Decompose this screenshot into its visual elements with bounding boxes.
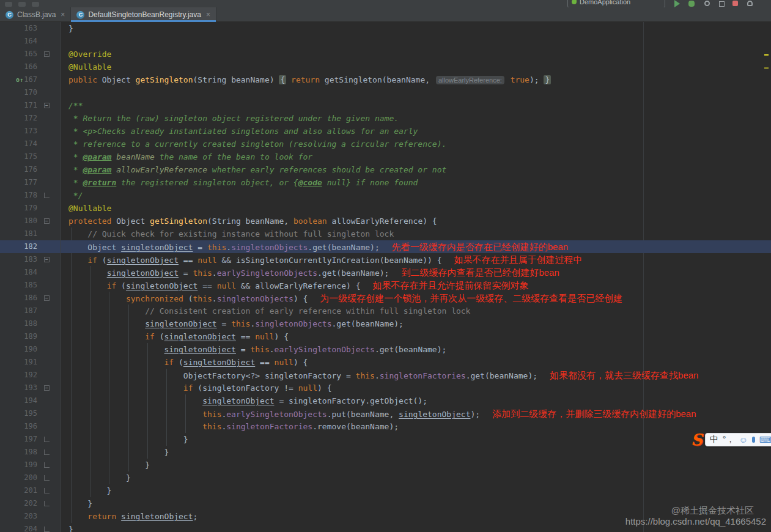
gutter-cell[interactable]: 164 [0,35,61,48]
fold-marker[interactable] [44,193,50,198]
fold-marker[interactable] [44,462,50,468]
gutter-cell[interactable]: 189 [0,330,61,343]
code-line[interactable]: * <p>Checks already instantiated singlet… [61,125,771,138]
fold-marker[interactable] [44,437,50,442]
gutter-cell[interactable]: 193− [0,382,61,394]
gutter-cell[interactable]: 181 [0,227,61,240]
gutter-cell[interactable]: 185 [0,279,61,292]
code-line[interactable]: // Consistent creation of early referenc… [61,305,771,317]
gutter-cell[interactable]: 195 [0,407,61,420]
ime-mic-icon[interactable] [752,437,755,443]
profiler-icon[interactable] [732,1,738,6]
toolbar-icon[interactable] [32,2,39,7]
gutter-cell[interactable]: 200 [0,471,61,484]
tab-close-icon[interactable]: × [61,10,65,19]
editor-tab[interactable]: CClassB.java× [0,7,71,22]
ime-punct-indicator[interactable]: °， [723,434,735,445]
code-line[interactable]: if (singletonObject == null && isSinglet… [61,253,771,266]
fold-marker[interactable]: − [44,385,50,391]
code-line[interactable]: protected Object getSingleton(String bea… [61,215,771,227]
gutter-cell[interactable]: 183− [0,253,61,266]
code-line[interactable]: * Return the (raw) singleton object regi… [61,112,771,125]
gutter-cell[interactable]: 204 [0,523,61,532]
gutter-cell[interactable]: 184 [0,266,61,279]
gutter-cell[interactable]: 180− [0,215,61,227]
gutter-cell[interactable]: 203 [0,510,61,523]
gutter-cell[interactable]: 199 [0,459,61,471]
gutter-cell[interactable]: 179 [0,202,61,215]
notifications-icon[interactable] [747,1,753,6]
code-line[interactable]: * @param allowEarlyReference whether ear… [61,163,771,176]
error-stripe-mark[interactable] [764,67,769,69]
editor[interactable]: 163}164165−@Override166@Nullableo↑167pub… [0,22,771,532]
code-line[interactable]: */ [61,189,771,202]
ime-emoji-icon[interactable]: ☺ [739,435,747,445]
gutter-cell[interactable]: 182 [0,240,61,253]
code-line[interactable]: this.earlySingletonObjects.put(beanName,… [61,407,771,420]
toolbar-icon[interactable] [5,2,12,7]
code-line[interactable]: } [61,22,771,35]
code-line[interactable]: if (singletonObject == null) { [61,330,771,343]
gutter-cell[interactable]: 202 [0,497,61,510]
code-line[interactable]: @Override [61,48,771,61]
code-line[interactable]: Object singletonObject = this.singletonO… [61,240,771,253]
code-line[interactable]: * reference to a currently created singl… [61,138,771,150]
fold-marker[interactable]: − [44,51,50,57]
code-line[interactable]: singletonObject = this.earlySingletonObj… [61,266,771,279]
code-line[interactable] [61,35,771,48]
gutter-cell[interactable]: 186− [0,292,61,305]
code-line[interactable]: public Object getSingleton(String beanNa… [61,73,771,86]
gutter-cell[interactable]: 187 [0,305,61,317]
ime-keyboard-icon[interactable]: ⌨ [759,435,771,445]
gutter-cell[interactable]: 197 [0,433,61,446]
run-button[interactable] [674,0,680,7]
gutter-cell[interactable]: 176 [0,163,61,176]
gutter-cell[interactable]: 172 [0,112,61,125]
gutter-cell[interactable]: 178 [0,189,61,202]
code-line[interactable]: } [61,433,771,446]
code-line[interactable]: * @param beanName the name of the bean t… [61,150,771,163]
fold-marker[interactable]: − [44,257,50,262]
grid-icon[interactable] [719,1,725,7]
code-line[interactable]: this.singletonFactories.remove(beanName)… [61,420,771,433]
code-line[interactable]: } [61,471,771,484]
gutter-cell[interactable]: 173 [0,125,61,138]
fold-marker[interactable] [44,475,50,481]
code-line[interactable]: @Nullable [61,202,771,215]
gutter-cell[interactable]: 175 [0,150,61,163]
code-line[interactable]: singletonObject = singletonFactory.getOb… [61,394,771,407]
gutter-cell[interactable]: 170 [0,86,61,99]
gutter-cell[interactable]: 166 [0,61,61,73]
code-line[interactable]: ObjectFactory<?> singletonFactory = this… [61,369,771,382]
code-line[interactable]: } [61,497,771,510]
gutter-cell[interactable]: 194 [0,394,61,407]
gutter-cell[interactable]: 174 [0,138,61,150]
code-line[interactable]: // Quick check for existing instance wit… [61,227,771,240]
editor-tab[interactable]: CDefaultSingletonBeanRegistry.java× [71,7,216,22]
gutter-cell[interactable]: 196 [0,420,61,433]
fold-marker[interactable] [44,526,50,532]
gutter-cell[interactable]: 188 [0,317,61,330]
code-line[interactable]: singletonObject = this.earlySingletonObj… [61,343,771,356]
gutter-cell[interactable]: 163 [0,22,61,35]
toolbar-icon[interactable] [18,2,26,7]
ime-lang-indicator[interactable]: 中 [710,434,718,445]
gutter-cell[interactable]: o↑167 [0,73,61,86]
gutter-cell[interactable]: 198 [0,446,61,459]
gutter-cell[interactable]: 192 [0,369,61,382]
code-line[interactable] [61,86,771,99]
fold-marker[interactable] [44,501,50,506]
gutter-cell[interactable]: 171− [0,99,61,112]
code-line[interactable]: singletonObject = this.singletonObjects.… [61,317,771,330]
fold-marker[interactable] [44,449,50,455]
gutter-cell[interactable]: 190 [0,343,61,356]
fold-marker[interactable]: − [44,218,50,224]
error-stripe-mark[interactable] [764,54,769,56]
gutter-cell[interactable]: 201 [0,484,61,497]
gutter-cell[interactable]: 191 [0,356,61,369]
gutter-cell[interactable]: 177 [0,176,61,189]
fold-marker[interactable]: − [44,103,50,108]
code-line[interactable]: } [61,459,771,471]
code-line[interactable]: if (singletonObject == null && allowEarl… [61,279,771,292]
run-config-selector[interactable]: DemoApplication [567,0,665,7]
